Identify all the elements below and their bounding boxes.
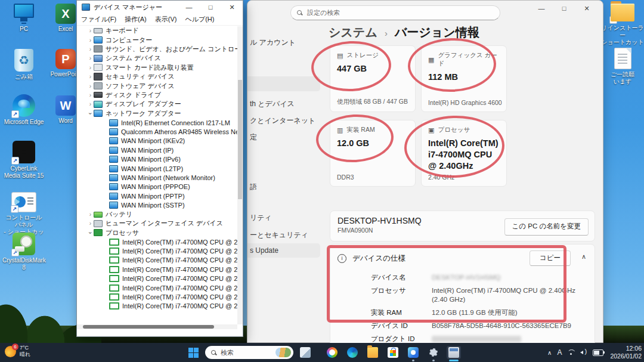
tree-item[interactable]: WAN Miniport (PPPOE) <box>77 182 237 191</box>
nav-item-fragment[interactable]: 定 <box>250 132 257 143</box>
taskbar-icon-store[interactable] <box>386 346 400 359</box>
tree-item[interactable]: ›ヒューマン インターフェイス デバイス <box>77 219 237 228</box>
tree-item[interactable]: WAN Miniport (IP) <box>77 146 237 154</box>
taskbar-icon-task-view[interactable] <box>298 346 312 359</box>
tree-item[interactable]: ›システム デバイス <box>77 54 237 63</box>
chevron-right-icon[interactable]: › <box>87 55 94 61</box>
desktop-icon-reinstaller[interactable]: ↗リインストーラー ショートカット <box>601 4 644 46</box>
netchild-icon <box>109 119 118 126</box>
desktop-icon-edge[interactable]: ↗Microsoft Edge <box>2 94 45 126</box>
start-button[interactable] <box>188 348 199 358</box>
tree-item[interactable]: ›コンピューター <box>77 35 237 44</box>
chevron-down-icon[interactable]: › <box>87 230 94 236</box>
nav-item-fragment[interactable]: クとインターネット <box>250 116 315 126</box>
minimize-button[interactable]: — <box>530 1 553 16</box>
tree-item[interactable]: WAN Miniport (Network Monitor) <box>77 173 237 182</box>
desktop-icon-readme[interactable]: ご一読願 います <box>601 48 644 85</box>
nav-item-fragment[interactable]: ーとセキュリティ <box>250 230 308 240</box>
tree-item[interactable]: ›サウンド、ビデオ、およびゲーム コントローラー <box>77 45 237 54</box>
tree-item[interactable]: WAN Miniport (IPv6) <box>77 154 237 163</box>
tree-item[interactable]: Intel(R) Core(TM) i7-4700MQ CPU @ 2.40GH… <box>77 265 237 274</box>
active-indicator <box>449 360 459 361</box>
ime-indicator[interactable]: A <box>557 348 562 357</box>
vertical-scrollbar[interactable] <box>237 26 243 324</box>
tree-item[interactable]: Intel(R) Core(TM) i7-4700MQ CPU @ 2.40GH… <box>77 274 237 283</box>
tree-item[interactable]: Intel(R) Ethernet Connection I217-LM <box>77 118 237 127</box>
taskbar-icon-file-explorer[interactable] <box>366 346 380 359</box>
nav-item-fragment[interactable]: th とデバイス <box>250 99 295 109</box>
weather-widget[interactable]: 6 7°C 晴れ <box>5 345 30 358</box>
taskbar-search-input[interactable]: 検索 <box>205 346 293 359</box>
menu-item[interactable]: ヘルプ(H) <box>181 15 218 24</box>
wifi-icon[interactable] <box>567 349 575 355</box>
tree-item[interactable]: Intel(R) Core(TM) i7-4700MQ CPU @ 2.40GH… <box>77 292 237 301</box>
rename-pc-button[interactable]: この PC の名前を変更 <box>504 218 589 236</box>
tree-item[interactable]: ›スマート カード読み取り装置 <box>77 63 237 72</box>
tree-item[interactable]: WAN Miniport (PPTP) <box>77 191 237 200</box>
maximize-button[interactable]: □ <box>200 1 221 14</box>
chevron-right-icon[interactable]: › <box>87 37 94 44</box>
close-button[interactable]: ✕ <box>221 1 243 14</box>
tree-item[interactable]: Intel(R) Core(TM) i7-4700MQ CPU @ 2.40GH… <box>77 283 237 292</box>
nav-selected-highlight[interactable] <box>247 76 320 91</box>
breadcrumb-system[interactable]: システム <box>329 24 377 41</box>
chevron-right-icon[interactable]: › <box>87 211 94 218</box>
battery-icon[interactable] <box>593 349 603 356</box>
tray-chevron-up-icon[interactable]: ∧ <box>547 349 552 356</box>
chevron-right-icon[interactable]: › <box>87 101 94 107</box>
tree-item[interactable]: ›ディスプレイ アダプター <box>77 100 237 109</box>
tree-item[interactable]: ›バッテリ <box>77 210 237 219</box>
taskbar-icon-settings-gear[interactable] <box>426 346 441 359</box>
nav-item-fragment[interactable]: 語 <box>250 182 257 192</box>
scrollbar-thumb[interactable] <box>83 325 214 329</box>
settings-search-input[interactable]: 設定の検索 <box>290 5 500 20</box>
tree-item[interactable]: ›ディスク ドライブ <box>77 91 237 100</box>
tree-item[interactable]: Intel(R) Core(TM) i7-4700MQ CPU @ 2.40GH… <box>77 246 237 255</box>
cpuchild-icon <box>109 284 119 292</box>
tree-item[interactable]: WAN Miniport (SSTP) <box>77 200 237 209</box>
desktop-icon-crystaldiskmark[interactable]: ↗CrystalDiskMark 8 <box>2 233 45 271</box>
minimize-button[interactable]: — <box>178 1 200 14</box>
chevron-right-icon[interactable]: › <box>87 83 94 89</box>
tree-item[interactable]: Intel(R) Core(TM) i7-4700MQ CPU @ 2.40GH… <box>77 256 237 265</box>
taskbar-icon-device-manager[interactable] <box>447 346 461 359</box>
device-manager-titlebar[interactable]: デバイス マネージャー — □ ✕ <box>77 1 243 14</box>
nav-item-fragment[interactable]: ル アカウント <box>250 38 296 48</box>
desktop-icon-recycle-bin[interactable]: ごみ箱 <box>2 49 45 81</box>
menu-item[interactable]: 操作(A) <box>120 15 151 24</box>
clock[interactable]: 12:06 2026/01/02 <box>610 345 642 360</box>
tree-item[interactable]: ›プロセッサ <box>77 228 237 237</box>
chevron-right-icon[interactable]: › <box>87 46 94 52</box>
menu-item[interactable]: ファイル(F) <box>77 15 120 24</box>
chevron-right-icon[interactable]: › <box>87 73 94 80</box>
chevron-right-icon[interactable]: › <box>87 27 94 34</box>
nav-item-fragment[interactable]: リティ <box>250 213 272 223</box>
chevron-right-icon[interactable]: › <box>87 64 94 71</box>
tree-item[interactable]: ›キーボード <box>77 26 237 35</box>
tree-item[interactable]: WAN Miniport (L2TP) <box>77 164 237 173</box>
volume-icon[interactable] <box>580 349 587 355</box>
tree-item[interactable]: Intel(R) Core(TM) i7-4700MQ CPU @ 2.40GH… <box>77 237 237 246</box>
chevron-down-icon[interactable]: › <box>87 110 94 117</box>
nav-item-fragment[interactable]: s Update <box>250 246 278 255</box>
chevron-up-icon[interactable]: ∧ <box>581 253 586 261</box>
close-button[interactable]: ✕ <box>575 1 598 16</box>
tree-item[interactable]: Intel(R) Core(TM) i7-4700MQ CPU @ 2.40GH… <box>77 302 237 311</box>
taskbar-icon-edge[interactable] <box>345 346 360 359</box>
tree-item[interactable]: ›ネットワーク アダプター <box>77 109 237 118</box>
spec-row-label: デバイス ID <box>371 321 432 330</box>
tree-item[interactable]: WAN Miniport (IKEv2) <box>77 137 237 146</box>
chevron-right-icon[interactable]: › <box>87 92 94 98</box>
taskbar-icon-copilot[interactable] <box>325 346 339 359</box>
horizontal-scrollbar[interactable] <box>77 324 237 329</box>
taskbar-icon-photos[interactable] <box>406 346 420 359</box>
desktop-icon-pc[interactable]: PC <box>2 4 45 33</box>
chevron-right-icon[interactable]: › <box>87 220 94 227</box>
tree-item[interactable]: Qualcomm Atheros AR9485 Wireless Network… <box>77 127 237 136</box>
maximize-button[interactable]: □ <box>553 1 575 16</box>
tree-item[interactable]: ›ソフトウェア デバイス <box>77 81 237 90</box>
scrollbar-thumb[interactable] <box>238 80 242 199</box>
desktop-icon-cyberlink[interactable]: ↗CyberLink Media Suite 15 <box>2 141 45 180</box>
menu-item[interactable]: 表示(V) <box>151 15 181 24</box>
tree-item[interactable]: ›セキュリティ デバイス <box>77 72 237 81</box>
